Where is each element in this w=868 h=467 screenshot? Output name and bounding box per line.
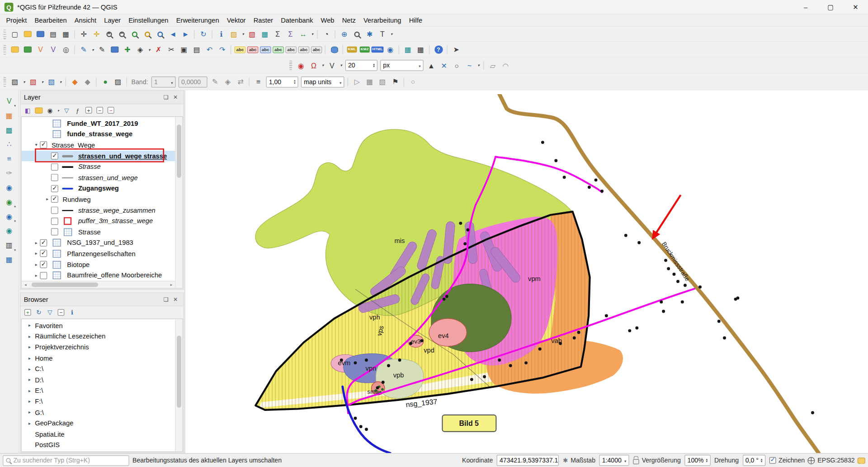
print-layout-icon[interactable]: ▤ <box>47 28 59 40</box>
toggle-editing-icon[interactable]: ✎ <box>96 43 108 56</box>
trace-digitizing-icon[interactable]: ~ <box>463 59 476 71</box>
web-service-icon[interactable]: ◉ <box>384 43 396 56</box>
crs-value[interactable]: EPSG:25832 <box>817 457 854 464</box>
browser-item[interactable]: PostGIS <box>22 439 183 450</box>
mesh-force-icon[interactable]: ▷ <box>351 76 363 88</box>
layer-name[interactable]: Rundweg <box>61 195 93 203</box>
layer-visibility-checkbox[interactable] <box>51 196 58 203</box>
layer-tree-item[interactable]: ▸ NSG_1937_und_1983 <box>22 238 183 248</box>
zoom-to-selection-icon[interactable] <box>142 28 154 40</box>
snap-mode-vertex-icon[interactable]: V <box>326 59 338 71</box>
mesh-circle-icon[interactable]: ○ <box>407 76 419 88</box>
toolbar-handle[interactable] <box>3 45 6 55</box>
vertex-tool-icon[interactable]: ◈ <box>134 43 146 56</box>
measure-icon[interactable]: ↔ <box>297 28 309 40</box>
layer-tree-item[interactable]: ▸ Baumfreie_offene Moorbereiche <box>22 270 183 281</box>
mesh-transform-icon[interactable]: ⇄ <box>235 76 247 88</box>
browser-item-label[interactable]: Projektverzeichnis <box>33 343 91 351</box>
menu-item[interactable]: Erweiterungen <box>172 14 223 25</box>
expander-icon[interactable]: ▸ <box>33 240 40 245</box>
expander-icon[interactable]: ▸ <box>33 273 40 278</box>
magnifier-spin[interactable]: 100% <box>684 455 710 466</box>
expander-icon[interactable]: ▸ <box>26 421 33 426</box>
select-features-icon[interactable]: ▧ <box>228 28 240 40</box>
current-edits-icon[interactable]: ✎ <box>78 43 90 56</box>
project-save-icon[interactable] <box>34 28 47 40</box>
attributes-grid-icon[interactable]: ▦ <box>402 43 414 56</box>
line-width-icon[interactable]: ≡ <box>252 76 264 88</box>
spinner-arrows-icon[interactable] <box>294 79 296 84</box>
minimize-button[interactable]: – <box>793 0 818 14</box>
open-data-source-icon[interactable] <box>9 43 21 56</box>
layer-name[interactable]: Funde_WT_2017_2019 <box>66 119 140 127</box>
project-new-icon[interactable]: ▢ <box>9 28 21 40</box>
paste-features-icon[interactable]: ▤ <box>191 43 203 56</box>
zoom-out-icon[interactable] <box>116 28 128 40</box>
remove-layer-icon[interactable]: − <box>106 105 116 115</box>
collapse-browser-icon[interactable]: − <box>56 307 66 317</box>
browser-item-label[interactable]: SpatiaLite <box>33 430 66 438</box>
expander-icon[interactable]: ▸ <box>26 345 33 350</box>
add-postgis-icon[interactable]: ◉ <box>3 181 15 193</box>
browser-item[interactable]: ▸ Home <box>22 353 183 364</box>
georeferencer-icon[interactable]: ◎ <box>60 43 72 56</box>
zoom-in-icon[interactable] <box>103 28 115 40</box>
add-raster-layer-icon[interactable]: ▦ <box>3 109 15 121</box>
pointer-arrow-icon[interactable]: ➤ <box>450 43 462 56</box>
browser-item-label[interactable]: GeoPackage <box>33 419 75 427</box>
menu-item[interactable]: Ansicht <box>71 14 100 25</box>
layer-tree-item[interactable]: Zugangsweg <box>22 183 183 194</box>
statistics-icon[interactable]: Σ <box>284 28 297 40</box>
browser-item[interactable]: ▸ Räumliche Lesezeichen <box>22 331 183 342</box>
mesh-select-icon[interactable]: ◈ <box>222 76 234 88</box>
layer-tree-item[interactable]: Funde_WT_2017_2019 <box>22 118 183 129</box>
layer-labeling-icon[interactable]: abc <box>234 43 246 56</box>
vertical-scrollbar[interactable] <box>175 319 182 452</box>
self-snapping-icon[interactable]: ○ <box>451 59 463 71</box>
identify-features-icon[interactable]: ℹ <box>215 28 227 40</box>
project-open-icon[interactable] <box>22 28 34 40</box>
manage-map-themes-icon[interactable]: ◉ <box>45 105 55 115</box>
labeling-rules-icon[interactable]: abc <box>247 43 259 56</box>
html-export-icon[interactable]: HTML <box>371 43 383 56</box>
db-manager-icon[interactable] <box>328 43 340 56</box>
add-mesh-layer-icon[interactable]: ▩ <box>3 124 15 136</box>
mesh-digitizing-icon[interactable]: ✎ <box>209 76 221 88</box>
layer-name[interactable]: Biotope <box>66 261 91 268</box>
deselect-features-icon[interactable]: ▧ <box>246 28 258 40</box>
undo-icon[interactable]: ↶ <box>203 43 216 56</box>
refresh-map-icon[interactable]: ↻ <box>197 28 209 40</box>
layout-manager-icon[interactable]: ▦ <box>60 28 72 40</box>
map-canvas[interactable]: mis vph vps vpm ev3 ev4 vpd evm vpn vpb … <box>187 94 868 453</box>
raster-stretch-icon[interactable]: ▨ <box>112 76 124 88</box>
layer-tree-item[interactable]: ▸ Pflanzengesellschaften <box>22 248 183 259</box>
scale-combo[interactable]: 1:4000 <box>599 455 629 466</box>
toolbar-handle[interactable] <box>289 60 292 70</box>
add-wcs-layer-icon[interactable]: ◉ <box>3 224 15 237</box>
menu-item[interactable]: Layer <box>100 14 125 25</box>
select-rectangle-icon[interactable]: ▧ <box>9 76 21 88</box>
expander-icon[interactable]: ▸ <box>26 367 33 372</box>
menu-item[interactable]: Verarbeitung <box>360 14 406 25</box>
search-locator-icon[interactable] <box>351 28 363 40</box>
width-spin[interactable]: 1,00 <box>266 76 298 87</box>
coordinate-input[interactable]: 473421.9,5397337.1 <box>497 455 559 466</box>
browser-item-label[interactable]: Räumliche Lesezeichen <box>33 333 108 340</box>
layer-name[interactable]: Strasse <box>76 163 102 171</box>
copy-features-icon[interactable]: ▣ <box>178 43 190 56</box>
expander-icon[interactable]: ▸ <box>33 251 40 256</box>
layer-tree[interactable]: Funde_WT_2017_2019 funde_strasse_wege <box>21 116 183 289</box>
menu-item[interactable]: Raster <box>250 14 277 25</box>
vertical-scrollbar[interactable] <box>175 117 182 288</box>
menu-item[interactable]: Web <box>317 14 338 25</box>
hatch-options-icon[interactable]: ▧ <box>377 76 389 88</box>
spinner-arrows-icon[interactable] <box>706 458 708 463</box>
select-form-icon[interactable]: ▧ <box>46 76 58 88</box>
zoom-last-icon[interactable]: ◄ <box>167 28 179 40</box>
pin-overview-icon[interactable]: ◆ <box>69 76 81 88</box>
new-virtual-layer-icon[interactable]: V <box>47 43 59 56</box>
delete-selected-icon[interactable]: ✗ <box>152 43 165 56</box>
browser-item[interactable]: SpatiaLite <box>22 429 183 439</box>
browser-item-label[interactable]: E:\ <box>33 387 45 395</box>
menu-item[interactable]: Einstellungen <box>125 14 173 25</box>
